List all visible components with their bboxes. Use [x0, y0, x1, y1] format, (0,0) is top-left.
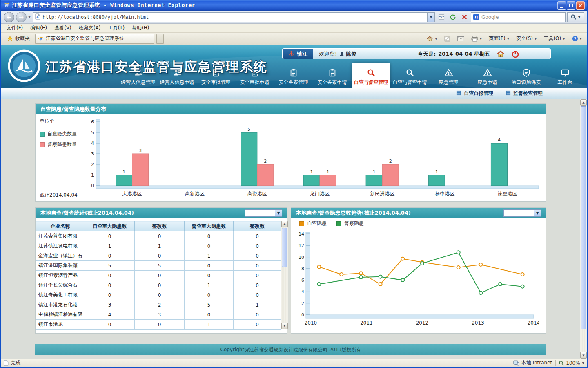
- menu-item-0[interactable]: 文件(F): [3, 23, 27, 33]
- menu-item-1[interactable]: 编辑(E): [27, 23, 51, 33]
- feeds-button[interactable]: [442, 34, 453, 43]
- scroll-down-icon[interactable]: ▼: [580, 352, 587, 359]
- search-input[interactable]: g Google: [471, 12, 566, 22]
- svg-text:4: 4: [301, 289, 304, 294]
- minimize-button[interactable]: [557, 1, 566, 10]
- nav-item-label: 自查与督查管理: [354, 79, 388, 86]
- scroll-thumb[interactable]: [581, 106, 586, 329]
- table-row[interactable]: 江苏索普集团有限0000: [36, 231, 281, 241]
- ie-logo-icon: e: [3, 2, 10, 9]
- stop-button[interactable]: [459, 12, 469, 22]
- trend-filter-dropdown[interactable]: ▼: [503, 209, 541, 217]
- line-chart-container: 0246810121420102011201220132014: [294, 230, 543, 332]
- svg-text:1: 1: [327, 169, 330, 175]
- page-scrollbar[interactable]: ▲ ▼: [580, 99, 587, 359]
- new-tab-stub[interactable]: [156, 34, 164, 44]
- read-mail-button[interactable]: [455, 35, 467, 43]
- forward-button[interactable]: →: [16, 12, 27, 22]
- table-row[interactable]: 中储粮镇江粮油有限4300: [36, 310, 281, 320]
- menu-item-4[interactable]: 工具(T): [104, 23, 128, 33]
- compatibility-view-button[interactable]: [437, 12, 446, 22]
- home-button[interactable]: ▼: [424, 34, 439, 43]
- favorites-bar: 收藏夹 e 江苏省港口安全监管与应急管理系统 ▼ ▼ 页面(P)▼ 安全(S)▼…: [1, 33, 587, 45]
- svg-text:5: 5: [91, 130, 94, 135]
- scroll-up-icon[interactable]: ▲: [580, 99, 587, 106]
- city-tab[interactable]: 镇江: [283, 49, 313, 59]
- legend-label: 自查隐患: [307, 220, 327, 227]
- svg-text:大港港区: 大港港区: [122, 191, 142, 197]
- restore-button[interactable]: [567, 1, 575, 10]
- scroll-thumb[interactable]: [282, 228, 287, 267]
- logout-icon[interactable]: [511, 50, 519, 58]
- legend-item: 督察隐患数量: [40, 141, 83, 148]
- zone-text: 本地 Intranet: [521, 359, 552, 366]
- table-filter-dropdown[interactable]: ▼: [245, 209, 282, 217]
- value-cell: 0: [234, 310, 281, 320]
- value-cell: 0: [185, 271, 234, 280]
- page-menu[interactable]: 页面(P)▼: [486, 34, 512, 43]
- chevron-down-icon[interactable]: ▼: [427, 13, 434, 22]
- value-cell: 5: [135, 261, 185, 271]
- company-name-cell: 镇江恒泰沥青产品: [36, 271, 85, 280]
- nav-item-safety-record-apply[interactable]: 安全备案申请: [313, 63, 352, 88]
- nav-item-emergency-management[interactable]: 应急管理: [429, 63, 468, 88]
- value-cell: 0: [185, 231, 234, 241]
- back-button[interactable]: ←: [4, 12, 14, 22]
- menu-item-5[interactable]: 帮助(H): [128, 23, 153, 33]
- favorites-button[interactable]: 收藏夹: [4, 34, 33, 44]
- tools-menu[interactable]: 工具(O)▼: [541, 34, 567, 43]
- history-dropdown-icon[interactable]: ▼: [28, 15, 31, 19]
- svg-text:扬中港区: 扬中港区: [434, 191, 454, 197]
- search-button[interactable]: ▼: [567, 12, 584, 22]
- table-row[interactable]: 镇江市港龙石化港3251: [36, 300, 281, 310]
- value-cell: 1: [185, 320, 234, 330]
- magnifier-icon: [367, 68, 376, 77]
- table-row[interactable]: 镇江奇美化工有限0000: [36, 290, 281, 300]
- nav-item-emergency-apply[interactable]: 应急申请: [468, 63, 507, 88]
- svg-text:0: 0: [301, 312, 304, 318]
- nav-item-workbench[interactable]: 工作台: [546, 63, 584, 88]
- scroll-up-icon[interactable]: ▲: [281, 221, 288, 227]
- chevron-down-icon[interactable]: ▼: [582, 361, 584, 365]
- scroll-down-icon[interactable]: ▼: [281, 323, 288, 329]
- table-row[interactable]: 镇江恒泰沥青产品0000: [36, 271, 281, 280]
- table-scrollbar[interactable]: ▲ ▼: [281, 221, 288, 329]
- nav-item-self-inspection-supervision-apply[interactable]: 自查与督查申请: [390, 63, 429, 88]
- help-menu[interactable]: ?▼: [570, 34, 584, 43]
- svg-text:4: 4: [91, 141, 94, 146]
- stats-table-panel: 本地自查/督查统计(截止2014.04.04) ▼ 企业名称自查重大隐患数整改数…: [35, 207, 287, 334]
- chevron-down-icon[interactable]: ▼: [534, 210, 541, 216]
- table-header-row: 企业名称自查重大隐患数整改数督查重大隐患数整改数: [36, 221, 281, 231]
- sub-nav: 自查自报管理监督检查管理: [1, 88, 587, 99]
- menu-item-2[interactable]: 查看(V): [51, 23, 75, 33]
- nav-item-safety-record-management[interactable]: 安全备案管理: [274, 63, 313, 88]
- table-row[interactable]: 镇江港国际集装箱5500: [36, 261, 281, 271]
- table-row[interactable]: 镇江市港龙0010: [36, 320, 281, 330]
- subnav-item-supervision-check-management[interactable]: 监督检查管理: [506, 90, 543, 97]
- chevron-down-icon[interactable]: ▼: [275, 210, 282, 216]
- nav-item-label: 安全审批申请: [240, 79, 270, 86]
- zoom-control[interactable]: 100% ▼: [559, 360, 584, 366]
- value-cell: 0: [185, 310, 234, 320]
- table-row[interactable]: 江苏镇江发电有限1100: [36, 241, 281, 251]
- table-row[interactable]: 镇江李长荣综合石0010: [36, 280, 281, 290]
- address-input[interactable]: e http://localhost:8080/yjpt/Main.html ▼: [33, 12, 435, 22]
- table-row[interactable]: 金海宏业（镇江）石0010: [36, 251, 281, 261]
- refresh-button[interactable]: [448, 12, 458, 22]
- portal-home-icon[interactable]: [497, 50, 505, 58]
- current-user[interactable]: 陈俊: [346, 50, 356, 58]
- nav-item-self-inspection-supervision-management[interactable]: 自查与督查管理: [352, 63, 390, 88]
- subnav-item-self-report-management[interactable]: 自查自报管理: [456, 90, 493, 97]
- browser-tab[interactable]: e 江苏省港口安全监管与应急管理系统: [35, 34, 154, 44]
- browser-window: e 江苏省港口安全监管与应急管理系统 - Windows Internet Ex…: [0, 0, 588, 368]
- svg-text:2013: 2013: [472, 320, 484, 326]
- nav-item-port-facility-security[interactable]: 港口设施保安: [507, 63, 546, 88]
- svg-text:14: 14: [298, 231, 304, 237]
- close-button[interactable]: ×: [576, 1, 585, 10]
- menu-item-3[interactable]: 收藏夹(A): [75, 23, 105, 33]
- svg-text:2: 2: [389, 159, 392, 164]
- safety-menu[interactable]: 安全(S)▼: [514, 34, 539, 43]
- svg-text:e: e: [39, 36, 42, 41]
- panel-title: 本地自查/督查统计(截止2014.04.04): [40, 209, 134, 217]
- print-button[interactable]: ▼: [469, 34, 484, 43]
